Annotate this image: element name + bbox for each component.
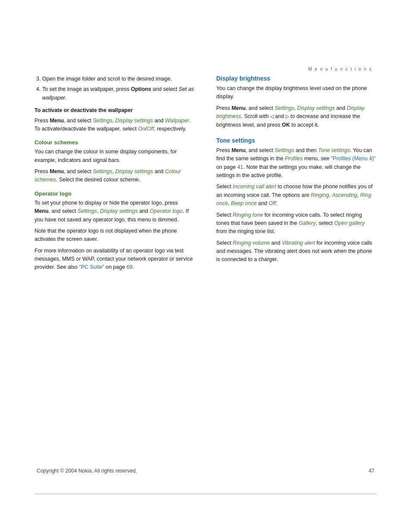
display-brightness-para2: Press Menu, and select Settings, Display…	[216, 104, 377, 129]
colour-schemes-para2: Press Menu, and select Settings, Display…	[34, 168, 195, 184]
tone-settings-para1: Press Menu, and select Settings and then…	[216, 146, 377, 180]
numbered-list: Open the image folder and scroll to the …	[34, 75, 195, 102]
settings-italic-1: Settings	[93, 118, 112, 124]
scroll-left-symbol: ◁	[270, 114, 274, 119]
tone-settings-para2: Select Incoming call alert to choose how…	[216, 183, 377, 208]
profiles-link[interactable]: "Profiles (Menu 4)"	[331, 156, 376, 162]
operator-logo-para3: For more information on availability of …	[34, 247, 195, 272]
menu-bold-1: Menu	[50, 118, 64, 124]
profiles-italic: Profiles	[285, 156, 303, 162]
footer-divider	[34, 494, 377, 494]
display-settings-italic-2: Display settings	[115, 168, 153, 174]
colour-schemes-para1: You can change the colour in some displa…	[34, 148, 195, 165]
header-section-label: M e n u f u n c t i o n s	[0, 0, 411, 75]
pc-suite-link[interactable]: "PC Suite"	[79, 264, 104, 270]
vibrating-alert-italic: Vibrating alert	[282, 240, 315, 246]
settings-italic-5: Settings	[274, 147, 294, 153]
display-brightness-heading: Display brightness	[216, 75, 377, 82]
ascending-italic: Ascending	[332, 192, 357, 198]
footer: Copyright © 2004 Nokia. All rights reser…	[0, 468, 411, 474]
tone-settings-heading: Tone settings	[216, 137, 377, 144]
menu-bold-5: Menu	[231, 147, 246, 153]
display-brightness-para1: You can change the display brightness le…	[216, 84, 377, 101]
tone-settings-para4: Select Ringing volume and Vibrating aler…	[216, 239, 377, 264]
tone-settings-para3: Select Ringing tone for incoming voice c…	[216, 211, 377, 236]
operator-logo-italic: Operator logo	[150, 208, 183, 214]
open-gallery-italic: Open gallery	[334, 220, 365, 226]
beep-once-italic: Beep once	[231, 200, 257, 206]
operator-logo-para2: Note that the operator logo is not displ…	[34, 227, 195, 244]
list-item-3-text: Open the image folder and scroll to the …	[42, 76, 172, 82]
content-area: Open the image folder and scroll to the …	[0, 75, 411, 275]
operator-logo-heading: Operator logo	[34, 190, 195, 197]
set-as-wallpaper-italic: Set as wallpaper	[42, 86, 194, 100]
menu-bold-3: Menu	[34, 208, 49, 214]
ringing-italic: Ringing	[311, 192, 329, 198]
footer-area: Copyright © 2004 Nokia. All rights reser…	[0, 494, 411, 498]
scroll-right-symbol: ▷	[286, 114, 289, 119]
list-item-4-text: To set the image as wallpaper, press Opt…	[42, 86, 194, 100]
page-69-link[interactable]: 69	[127, 264, 133, 270]
colour-schemes-heading: Colour schemes	[34, 139, 195, 146]
operator-logo-para1: To set your phone to display or hide the…	[34, 199, 195, 224]
incoming-call-alert-italic: Incoming call alert	[233, 184, 276, 190]
display-settings-italic-3: Display settings	[100, 208, 138, 214]
menu-functions-label: M e n u f u n c t i o n s	[308, 67, 372, 72]
left-column: Open the image folder and scroll to the …	[34, 75, 199, 275]
ringing-tone-italic: Ringing tone	[233, 212, 263, 218]
right-column: Display brightness You can change the di…	[212, 75, 377, 275]
wallpaper-italic: Wallpaper	[165, 118, 189, 124]
on-italic: On	[138, 126, 145, 132]
gallery-italic: Gallery	[299, 220, 316, 226]
off-italic-1: Off	[147, 126, 154, 132]
ok-bold: OK	[282, 122, 290, 128]
menu-bold-2: Menu	[50, 168, 64, 174]
options-bold: Options	[131, 86, 151, 92]
list-item-3: Open the image folder and scroll to the …	[42, 75, 195, 83]
page-number: 47	[369, 468, 374, 474]
list-item-4: To set the image as wallpaper, press Opt…	[42, 85, 195, 102]
wallpaper-para: Press Menu, and select Settings, Display…	[34, 117, 195, 134]
display-settings-italic-4: Display settings	[297, 105, 335, 111]
tone-settings-italic: Tone settings	[318, 147, 350, 153]
display-settings-italic-1: Display settings	[115, 118, 153, 124]
page: M e n u f u n c t i o n s Open the image…	[0, 0, 411, 532]
ringing-volume-italic: Ringing volume	[233, 240, 270, 246]
wallpaper-heading: To activate or deactivate the wallpaper	[34, 106, 195, 115]
page-41-link[interactable]: 41	[237, 164, 243, 170]
settings-italic-3: Settings	[78, 208, 97, 214]
menu-bold-4: Menu	[231, 105, 246, 111]
settings-italic-2: Settings	[93, 168, 112, 174]
settings-italic-4: Settings	[274, 105, 294, 111]
off-italic-2: Off	[269, 200, 276, 206]
copyright-text: Copyright © 2004 Nokia. All rights reser…	[37, 468, 137, 474]
